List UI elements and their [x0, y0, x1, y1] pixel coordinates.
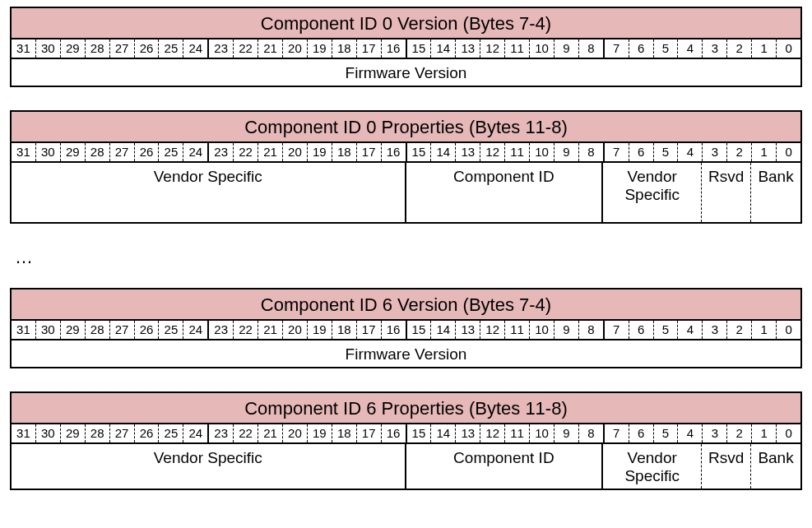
- bit-number: 20: [283, 424, 308, 442]
- register-field: Firmware Version: [12, 59, 800, 86]
- bit-number: 16: [382, 143, 407, 161]
- bit-number: 25: [159, 143, 183, 161]
- bit-number: 7: [605, 424, 629, 442]
- bit-number: 29: [61, 321, 86, 339]
- bit-number: 15: [407, 321, 432, 339]
- bit-number: 2: [727, 143, 752, 161]
- bit-number: 31: [12, 143, 36, 161]
- bit-number: 0: [777, 143, 800, 161]
- bit-number: 23: [209, 424, 234, 442]
- bit-number-row: 3130292827262524232221201918171615141312…: [12, 321, 800, 340]
- bit-number: 10: [530, 39, 554, 58]
- bit-number: 22: [234, 424, 258, 442]
- bit-number: 20: [283, 39, 308, 58]
- bit-number: 17: [357, 424, 382, 442]
- bit-number: 22: [234, 39, 258, 58]
- bit-number: 13: [456, 143, 480, 161]
- bit-number: 21: [258, 424, 283, 442]
- bit-number: 13: [456, 321, 480, 339]
- bit-number: 4: [678, 321, 703, 339]
- bit-number: 22: [234, 321, 258, 339]
- bit-number: 17: [357, 39, 382, 58]
- bit-number: 12: [480, 424, 505, 442]
- register-field: Bank: [751, 163, 800, 222]
- bit-number: 13: [456, 424, 480, 442]
- bit-number: 12: [480, 321, 505, 339]
- bit-number: 20: [283, 143, 308, 161]
- bit-number: 30: [36, 424, 61, 442]
- bit-number: 24: [183, 424, 209, 442]
- bit-number: 16: [382, 39, 407, 58]
- bit-number: 12: [480, 143, 505, 161]
- bit-number: 23: [209, 143, 234, 161]
- field-row: Vendor SpecificComponent IDVendor Specif…: [12, 444, 800, 489]
- bit-number: 19: [308, 424, 332, 442]
- register-field: Vendor Specific: [603, 444, 702, 489]
- bit-number: 28: [86, 321, 110, 339]
- bit-number-row: 3130292827262524232221201918171615141312…: [12, 424, 800, 444]
- bit-number: 28: [86, 424, 110, 442]
- bit-number: 19: [308, 321, 332, 339]
- bit-number: 14: [431, 143, 456, 161]
- bit-number: 21: [258, 143, 283, 161]
- bit-number: 27: [110, 39, 135, 58]
- bit-number: 1: [752, 39, 777, 58]
- field-row: Firmware Version: [12, 59, 800, 86]
- bit-number: 28: [86, 143, 110, 161]
- bit-number: 15: [407, 424, 432, 442]
- bit-number: 3: [703, 39, 727, 58]
- bit-number: 6: [629, 39, 654, 58]
- bit-number: 5: [654, 143, 679, 161]
- bit-number: 3: [703, 424, 727, 442]
- bit-number: 27: [110, 424, 135, 442]
- field-row: Vendor SpecificComponent IDVendor Specif…: [12, 163, 800, 222]
- register-title: Component ID 0 Properties (Bytes 11-8): [12, 112, 800, 143]
- bit-number: 10: [530, 321, 554, 339]
- bit-number-row: 3130292827262524232221201918171615141312…: [12, 39, 800, 59]
- bit-number: 26: [135, 39, 160, 58]
- bit-number: 6: [629, 321, 654, 339]
- bit-number: 7: [605, 321, 629, 339]
- bit-number: 23: [209, 39, 234, 58]
- register-field: Component ID: [406, 163, 604, 222]
- register-field: Component ID: [406, 444, 604, 489]
- bit-number: 11: [505, 424, 530, 442]
- bit-number: 18: [332, 424, 357, 442]
- bit-number: 31: [12, 321, 36, 339]
- bit-number: 23: [209, 321, 234, 339]
- bit-number: 6: [629, 143, 654, 161]
- register-field: Rsvd: [702, 444, 751, 489]
- bit-number: 0: [777, 321, 800, 339]
- bit-number: 1: [752, 143, 777, 161]
- bit-number: 3: [703, 321, 727, 339]
- bit-number: 13: [456, 39, 480, 58]
- bit-number: 5: [654, 321, 679, 339]
- field-row: Firmware Version: [12, 340, 800, 367]
- register-title: Component ID 6 Properties (Bytes 11-8): [12, 393, 800, 424]
- bit-number: 11: [505, 143, 530, 161]
- bit-number: 17: [357, 143, 382, 161]
- bit-number: 5: [654, 39, 679, 58]
- bit-number: 29: [61, 424, 86, 442]
- bit-number: 10: [530, 143, 554, 161]
- bit-number: 18: [332, 143, 357, 161]
- bit-number: 8: [579, 39, 605, 58]
- bit-number: 8: [579, 321, 605, 339]
- bit-number: 31: [12, 424, 36, 442]
- bit-number: 12: [480, 39, 505, 58]
- bit-number: 11: [505, 39, 530, 58]
- bit-number: 30: [36, 39, 61, 58]
- bit-number: 14: [431, 321, 456, 339]
- bit-number: 14: [431, 424, 456, 442]
- bit-number: 25: [159, 424, 183, 442]
- bit-number: 4: [678, 143, 703, 161]
- bit-number: 10: [530, 424, 554, 442]
- register-field: Vendor Specific: [603, 163, 702, 222]
- bit-number: 16: [382, 321, 407, 339]
- bit-number: 16: [382, 424, 407, 442]
- bit-number: 14: [431, 39, 456, 58]
- bit-number: 20: [283, 321, 308, 339]
- bit-number: 29: [61, 39, 86, 58]
- bit-number: 15: [407, 39, 432, 58]
- bit-number: 4: [678, 424, 703, 442]
